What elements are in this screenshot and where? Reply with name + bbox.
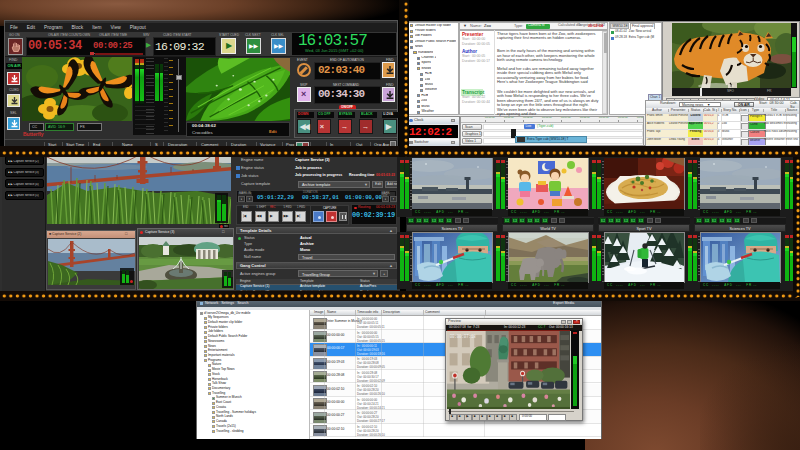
svg-text:00:00:07:18: 00:00:07:18 bbox=[450, 334, 476, 339]
